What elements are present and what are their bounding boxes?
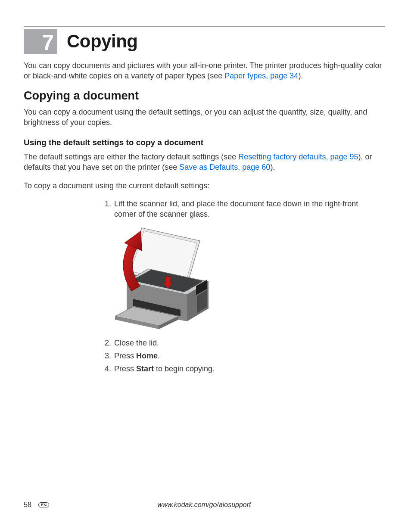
chapter-heading: 7 Copying — [24, 29, 385, 54]
step-1: Lift the scanner lid, and place the docu… — [113, 199, 372, 220]
chapter-intro: You can copy documents and pictures with… — [24, 60, 385, 81]
step-3: Press Home. — [113, 351, 372, 361]
step-3c: . — [158, 352, 160, 360]
section-heading-copying-document: Copying a document — [24, 89, 385, 103]
chapter-number-badge: 7 — [24, 29, 57, 54]
subsection-heading-default-settings: Using the default settings to copy a doc… — [24, 138, 385, 147]
footer-url: www.kodak.com/go/aiosupport — [23, 501, 385, 509]
section2-para1: The default settings are either the fact… — [24, 152, 385, 173]
top-rule — [24, 26, 385, 27]
step-2: Close the lid. — [113, 338, 372, 348]
section2-para2: To copy a document using the current def… — [24, 180, 385, 191]
numbered-steps: Lift the scanner lid, and place the docu… — [101, 199, 372, 220]
step-4c: to begin copying. — [154, 364, 215, 373]
steps-container: Lift the scanner lid, and place the docu… — [101, 199, 372, 374]
step-4: Press Start to begin copying. — [113, 364, 372, 374]
printer-illustration — [112, 226, 372, 333]
intro-text-b: ). — [298, 72, 303, 80]
p2a: The default settings are either the fact… — [24, 152, 238, 161]
link-save-as-defaults[interactable]: Save as Defaults, page 60 — [179, 163, 270, 171]
document-page: 7 Copying You can copy documents and pic… — [0, 0, 411, 374]
step-3-home: Home — [136, 352, 158, 360]
chapter-title: Copying — [67, 31, 137, 52]
numbered-steps-cont: Close the lid. Press Home. Press Start t… — [101, 338, 372, 374]
step-4a: Press — [114, 364, 136, 373]
link-paper-types[interactable]: Paper types, page 34 — [224, 72, 298, 80]
step-4-start: Start — [136, 364, 154, 373]
step-3a: Press — [114, 352, 136, 360]
p2c: ). — [270, 163, 275, 171]
intro-text-a: You can copy documents and pictures with… — [24, 61, 382, 80]
link-resetting-factory[interactable]: Resetting factory defaults, page 95 — [238, 152, 358, 161]
section1-body: You can copy a document using the defaul… — [24, 107, 385, 128]
page-footer: 58 EN www.kodak.com/go/aiosupport — [24, 501, 385, 509]
